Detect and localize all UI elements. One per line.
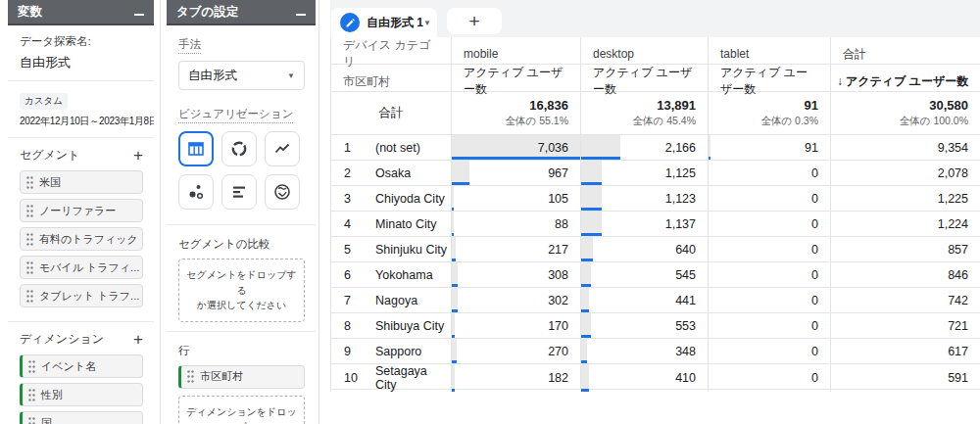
drag-handle-icon [28,389,35,401]
segment-chip[interactable]: ノーリファラー [20,199,143,222]
minimize-icon[interactable] [296,14,306,16]
row-rank: 1 [344,141,375,155]
row-total-cell[interactable]: 2,078 [830,161,980,185]
row-label-cell[interactable]: 8Shibuya City [330,313,451,338]
desktop-value-cell[interactable]: 1,137 [580,212,708,236]
row-label-cell[interactable]: 7Nagoya [330,288,451,312]
tablet-value-cell[interactable]: 0 [708,339,830,363]
mobile-value-cell[interactable]: 967 [451,161,580,185]
viz-scatter-button[interactable] [178,174,214,210]
mobile-value-cell[interactable]: 182 [451,364,580,392]
tablet-value-cell[interactable]: 91 [708,135,830,160]
viz-geo-map-button[interactable] [265,174,300,210]
viz-bar-chart-button[interactable] [221,174,257,210]
mobile-value-cell[interactable]: 105 [451,186,580,211]
row-total-cell[interactable]: 742 [830,288,980,312]
mobile-value-cell[interactable]: 270 [451,339,580,363]
exploration-name-value[interactable]: 自由形式 [20,54,143,71]
city-name: Shibuya City [375,319,444,333]
line-chart-icon [272,139,292,159]
segment-chip[interactable]: 米国 [20,170,143,194]
tablet-value-cell[interactable]: 0 [708,186,830,211]
tablet-value-cell[interactable]: 0 [708,288,830,312]
tablet-value-cell[interactable]: 0 [708,262,830,287]
desktop-value-cell[interactable]: 441 [580,288,708,312]
mobile-value-cell[interactable]: 7,036 [451,135,580,160]
totals-cell-grand: 30,580 全体の 100.0% [830,92,980,134]
add-tab-button[interactable]: + [447,8,502,34]
technique-select[interactable]: 自由形式 ▼ [178,61,305,90]
mobile-value-cell[interactable]: 88 [451,212,580,236]
bar-chart-icon [229,182,249,202]
tablet-value-cell[interactable]: 0 [708,237,830,261]
row-label-cell[interactable]: 10Setagaya City [330,364,451,392]
active-tab[interactable]: 自由形式 1 ▼ [331,8,437,37]
desktop-value-cell[interactable]: 2,166 [580,135,708,160]
add-segment-button[interactable]: + [133,149,143,163]
desktop-value-cell[interactable]: 640 [580,237,708,261]
row-total-cell[interactable]: 857 [830,237,980,261]
desktop-value-cell[interactable]: 348 [580,339,708,363]
row-label-cell[interactable]: 1(not set) [330,135,451,160]
desktop-value-cell[interactable]: 1,125 [580,161,708,185]
mobile-value-cell[interactable]: 302 [451,288,580,312]
desktop-value-cell[interactable]: 553 [580,313,708,338]
table-row: 3Chiyoda City1051,12301,225 [330,186,980,212]
total-percent: 全体の 0.3% [760,115,818,128]
row-total-cell[interactable]: 617 [830,339,980,363]
metric-value: 441 [675,294,696,307]
edit-tab-button[interactable] [340,13,360,32]
row-total-cell[interactable]: 9,354 [830,135,980,160]
dimension-chip[interactable]: 性別 [20,383,143,406]
total-percent: 全体の 100.0% [900,115,968,128]
row-total-cell[interactable]: 721 [830,313,980,338]
row-label-cell[interactable]: 4Minato City [330,212,451,236]
variables-panel-header: 変数 [8,0,154,25]
date-range-selector[interactable]: 2022年12月10日～2023年1月8日 ▼ [20,115,143,128]
table-row: 10Setagaya City1824100591 [330,364,980,390]
chevron-down-icon: ▼ [423,19,431,27]
viz-line-chart-button[interactable] [265,131,300,166]
row-label-cell[interactable]: 9Sapporo [330,339,451,363]
segment-chip[interactable]: 有料のトラフィック [20,227,143,251]
minimize-icon[interactable] [134,14,144,16]
mobile-value-cell[interactable]: 308 [451,262,580,287]
dimension-chip-label: イベント名 [41,359,96,374]
row-total-cell[interactable]: 591 [830,364,980,392]
variables-panel: 変数 データ探索名: 自由形式 カスタム 2022年12月10日～2023年1月… [8,0,154,424]
row-total-cell[interactable]: 1,225 [830,186,980,211]
viz-table-button[interactable] [178,131,214,166]
drag-handle-icon [26,261,33,274]
row-dimension-chip[interactable]: 市区町村 [178,365,305,389]
dimension-chip[interactable]: イベント名 [20,354,143,378]
dimension-dropzone[interactable]: ディメンションをドロップ するか選択してください [178,396,305,424]
viz-donut-button[interactable] [221,131,257,166]
row-total-cell[interactable]: 846 [830,262,980,287]
segment-dropzone[interactable]: セグメントをドロップする か選択してください [178,259,305,322]
panel-divider [160,0,161,424]
row-label-cell[interactable]: 3Chiyoda City [330,186,451,211]
tablet-value-cell[interactable]: 0 [708,364,830,392]
row-label-cell[interactable]: 6Yokohama [330,262,451,287]
row-total-cell[interactable]: 1,224 [830,212,980,236]
dimension-chip[interactable]: 国 [20,411,143,424]
mobile-value-cell[interactable]: 170 [451,313,580,338]
segment-chip[interactable]: モバイル トラフィ... [20,256,143,279]
table-row: 8Shibuya City1705530721 [330,313,980,339]
row-total-value: 1,225 [938,192,968,206]
desktop-value-cell[interactable]: 545 [580,262,708,287]
metric-value: 410 [675,371,696,385]
add-dimension-button[interactable]: + [133,333,143,347]
desktop-value-cell[interactable]: 410 [580,364,708,392]
segment-chip[interactable]: タブレット トラフ... [20,284,143,307]
tablet-value-cell[interactable]: 0 [708,161,830,185]
row-label-cell[interactable]: 5Shinjuku City [330,237,451,261]
row-label-cell[interactable]: 2Osaka [330,161,451,185]
mobile-value-cell[interactable]: 217 [451,237,580,261]
desktop-value-cell[interactable]: 1,123 [580,186,708,211]
metric-value: 91 [805,141,818,155]
tablet-value-cell[interactable]: 0 [708,212,830,236]
city-name: Yokohama [375,268,433,282]
tablet-value-cell[interactable]: 0 [708,313,830,338]
row-total-value: 721 [948,319,968,333]
